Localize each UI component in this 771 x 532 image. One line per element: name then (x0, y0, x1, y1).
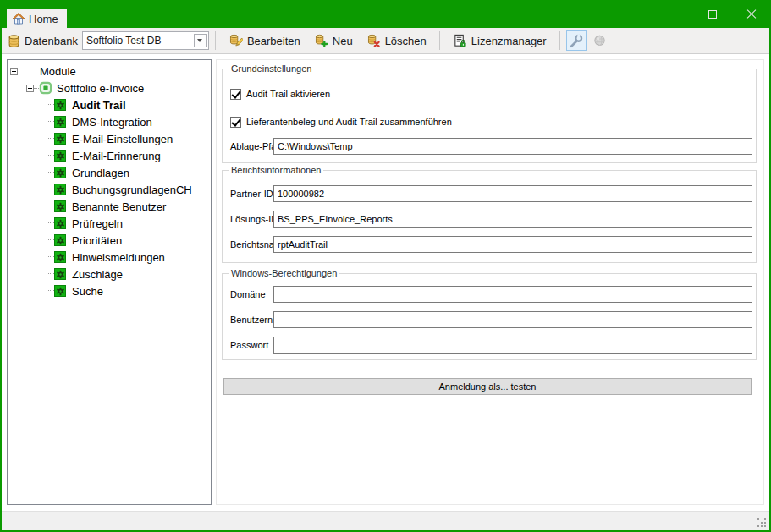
product-icon (39, 81, 52, 95)
checkbox-label: Audit Trail aktivieren (246, 89, 330, 99)
tree-item-label: Benannte Benutzer (72, 200, 166, 213)
zusammenfuehren-checkbox[interactable] (230, 117, 241, 128)
tree-item-module-root[interactable]: Module (8, 63, 211, 80)
tree-item-audit-trail[interactable]: Audit Trail (8, 96, 211, 113)
close-button[interactable] (732, 0, 771, 28)
module-gear-icon (54, 268, 66, 280)
toolbar-separator (439, 31, 440, 50)
tree-item-benannte-benutzer[interactable]: Benannte Benutzer (8, 198, 211, 215)
loesungs-id-label: Lösungs-ID (230, 211, 278, 228)
module-gear-icon (54, 133, 66, 145)
settings-panel: Grundeinstellungen Audit Trail aktiviere… (216, 59, 764, 505)
tree-item-buchungsgrundlagench[interactable]: BuchungsgrundlagenCH (8, 181, 211, 198)
tree-item-label: Audit Trail (72, 99, 126, 112)
window-controls (654, 0, 771, 28)
checkbox-label: Lieferantenbeleg und Audit Trail zusamme… (246, 117, 452, 127)
ablage-pfad-input[interactable] (273, 138, 752, 155)
title-bar: Home (0, 0, 771, 28)
partner-id-input[interactable] (273, 185, 752, 202)
group-title: Windows-Berechtigungen (229, 268, 339, 278)
close-icon (746, 9, 757, 19)
module-gear-icon (54, 150, 66, 162)
status-bar (2, 511, 769, 530)
partner-id-label: Partner-ID (230, 185, 273, 202)
toolbar-separator (620, 31, 620, 50)
loesungs-id-input[interactable] (273, 211, 752, 228)
new-button-label: Neu (333, 35, 353, 47)
app-window: Home Datenbank Softfolio Test DB Bearbei… (0, 0, 771, 532)
database-select[interactable]: Softfolio Test DB (82, 31, 209, 50)
group-title: Grundeinstellungen (229, 63, 314, 74)
domaene-input[interactable] (273, 286, 752, 303)
module-tree-panel: Module Softfolio e-Invoice Audit Trail (7, 59, 212, 505)
tree-parent-label: Softfolio e-Invoice (57, 82, 144, 95)
module-gear-icon (54, 200, 66, 212)
passwort-input[interactable] (273, 337, 752, 354)
tree-item-email-erinnerung[interactable]: E-Mail-Erinnerung (8, 147, 211, 164)
tree-item-grundlagen[interactable]: Grundlagen (8, 164, 211, 181)
audit-trail-aktivieren-checkbox[interactable] (230, 89, 241, 100)
tree-item-email-einstellungen[interactable]: E-Mail-Einstellungen (8, 130, 211, 147)
passwort-label: Passwort (230, 337, 268, 354)
tree-connector (30, 73, 30, 84)
maximize-icon (708, 10, 717, 19)
tree-item-suche[interactable]: Suche (8, 282, 211, 299)
tree-item-zuschlaege[interactable]: Zuschläge (8, 266, 211, 282)
module-gear-icon (54, 285, 66, 297)
test-login-button[interactable]: Anmeldung als... testen (223, 378, 752, 395)
home-icon (12, 12, 25, 25)
resize-grip-icon[interactable] (757, 518, 768, 529)
tree-item-label: Prüfregeln (72, 217, 123, 230)
collapse-icon[interactable] (26, 85, 34, 92)
group-windows-berechtigungen: Windows-Berechtigungen Domäne Benutzerna… (222, 273, 757, 360)
new-button[interactable]: Neu (307, 30, 360, 52)
database-icon (7, 34, 21, 48)
minimize-button[interactable] (654, 0, 693, 28)
minimize-icon (669, 14, 679, 14)
module-tree: Module Softfolio e-Invoice Audit Trail (8, 60, 211, 299)
combo-dropdown-button[interactable] (194, 34, 207, 47)
edit-database-icon (229, 34, 243, 48)
maximize-button[interactable] (693, 0, 732, 28)
collapse-icon[interactable] (10, 68, 18, 75)
database-select-value: Softfolio Test DB (86, 35, 194, 47)
group-grundeinstellungen: Grundeinstellungen Audit Trail aktiviere… (222, 69, 757, 163)
delete-database-icon (366, 34, 381, 48)
tree-item-label: E-Mail-Erinnerung (72, 150, 161, 162)
module-gear-icon (54, 234, 66, 246)
wrench-icon (569, 34, 583, 48)
toolbar-separator (215, 31, 216, 50)
globe-icon (592, 34, 607, 48)
tree-item-label: E-Mail-Einstellungen (72, 133, 173, 145)
tree-connector (34, 88, 39, 89)
new-database-icon (314, 34, 328, 48)
group-title: Berichtsinformationen (229, 165, 323, 175)
tree-item-pruefregeln[interactable]: Prüfregeln (8, 215, 211, 232)
group-berichtsinformationen: Berichtsinformationen Partner-ID Lösungs… (222, 170, 757, 263)
module-gear-icon (54, 251, 66, 263)
benutzername-input[interactable] (273, 311, 752, 328)
zusammenfuehren-row: Lieferantenbeleg und Audit Trail zusamme… (230, 113, 452, 130)
settings-wrench-button[interactable] (566, 30, 587, 51)
domaene-label: Domäne (230, 286, 266, 303)
edit-button-label: Bearbeiten (247, 35, 300, 47)
license-manager-label: Lizenzmanager (471, 35, 547, 47)
audit-trail-aktivieren-row: Audit Trail aktivieren (230, 85, 330, 102)
tree-item-dms-integration[interactable]: DMS-Integration (8, 113, 211, 130)
delete-button[interactable]: Löschen (360, 30, 433, 52)
tree-item-label: Zuschläge (72, 268, 123, 281)
license-document-lock-icon (453, 34, 467, 48)
license-manager-button[interactable]: Lizenzmanager (446, 30, 553, 52)
main-area: Module Softfolio e-Invoice Audit Trail (2, 54, 769, 511)
delete-button-label: Löschen (385, 35, 427, 47)
tree-item-prioritaeten[interactable]: Prioritäten (8, 232, 211, 249)
berichtsname-input[interactable] (273, 236, 752, 253)
tree-item-hinweismeldungen[interactable]: Hinweismeldungen (8, 249, 211, 266)
module-gear-icon (54, 184, 66, 195)
edit-button[interactable]: Bearbeiten (222, 30, 307, 52)
tree-item-label: BuchungsgrundlagenCH (72, 184, 192, 196)
tab-home[interactable]: Home (7, 9, 67, 28)
tree-connector (47, 94, 47, 291)
tree-item-label: Grundlagen (72, 167, 129, 179)
help-globe-button[interactable] (590, 30, 610, 51)
